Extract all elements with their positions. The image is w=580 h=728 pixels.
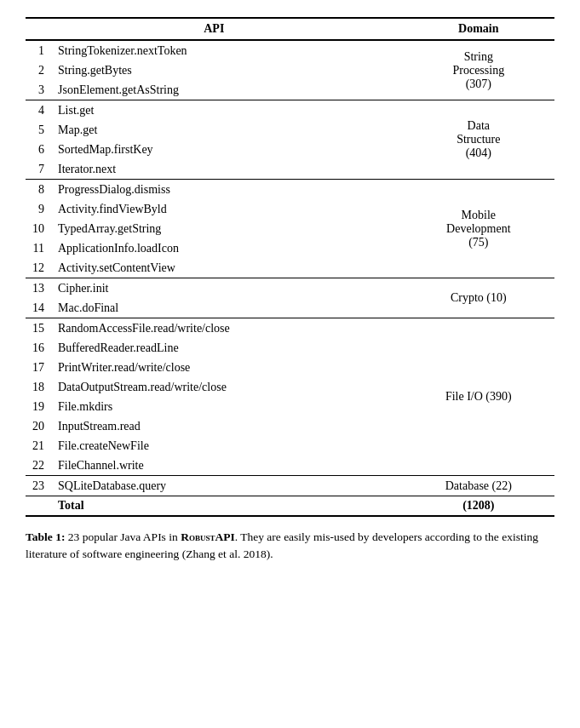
row-api: ProgressDialog.dismiss <box>51 180 403 200</box>
row-number: 9 <box>26 199 51 219</box>
table-row: 1StringTokenizer.nextTokenStringProcessi… <box>26 40 554 60</box>
row-number: 4 <box>26 100 51 121</box>
total-row: Total(1208) <box>26 496 554 517</box>
row-number: 6 <box>26 140 51 159</box>
table-header-row: API Domain <box>26 18 554 40</box>
row-number: 2 <box>26 60 51 80</box>
table-row: 8ProgressDialog.dismissMobileDevelopment… <box>26 180 554 200</box>
row-api: JsonElement.getAsString <box>51 80 403 100</box>
row-api: Mac.doFinal <box>51 298 403 318</box>
row-number: 14 <box>26 298 51 318</box>
row-number: 22 <box>26 456 51 476</box>
row-number: 23 <box>26 476 51 496</box>
row-number: 12 <box>26 258 51 278</box>
row-api: TypedArray.getString <box>51 219 403 238</box>
row-api: Cipher.init <box>51 278 403 299</box>
row-number: 8 <box>26 180 51 200</box>
row-api: PrintWriter.read/write/close <box>51 358 403 377</box>
domain-header: Domain <box>403 18 554 40</box>
row-number: 19 <box>26 397 51 416</box>
row-number: 3 <box>26 80 51 100</box>
row-domain: Database (22) <box>403 476 554 496</box>
row-api: File.mkdirs <box>51 397 403 416</box>
api-header: API <box>26 18 403 40</box>
row-number: 7 <box>26 159 51 180</box>
row-api: ApplicationInfo.loadIcon <box>51 238 403 258</box>
row-api: InputStream.read <box>51 416 403 436</box>
row-number: 17 <box>26 358 51 377</box>
row-api: SQLiteDatabase.query <box>51 476 403 496</box>
table-row: 15RandomAccessFile.read/write/closeFile … <box>26 318 554 339</box>
api-table: API Domain 1StringTokenizer.nextTokenStr… <box>26 17 554 517</box>
row-api: BufferedReader.readLine <box>51 338 403 358</box>
row-api: Map.get <box>51 120 403 140</box>
table-row: 4List.getDataStructure(404) <box>26 100 554 121</box>
row-api: File.createNewFile <box>51 436 403 456</box>
row-api: StringTokenizer.nextToken <box>51 40 403 60</box>
row-number: 1 <box>26 40 51 60</box>
row-domain: DataStructure(404) <box>403 100 554 180</box>
row-domain: MobileDevelopment(75) <box>403 180 554 278</box>
row-api: Iterator.next <box>51 159 403 180</box>
row-domain: StringProcessing(307) <box>403 40 554 100</box>
row-api: SortedMap.firstKey <box>51 140 403 159</box>
table-row: 13Cipher.initCrypto (10) <box>26 278 554 299</box>
row-api: String.getBytes <box>51 60 403 80</box>
row-number: 18 <box>26 377 51 397</box>
row-api: DataOutputStream.read/write/close <box>51 377 403 397</box>
row-api: List.get <box>51 100 403 121</box>
row-domain: Crypto (10) <box>403 278 554 318</box>
row-number: 20 <box>26 416 51 436</box>
row-number: 15 <box>26 318 51 339</box>
table-container: API Domain 1StringTokenizer.nextTokenStr… <box>26 17 554 517</box>
row-domain: File I/O (390) <box>403 318 554 476</box>
row-number: 21 <box>26 436 51 456</box>
row-number: 16 <box>26 338 51 358</box>
table-row: 23SQLiteDatabase.queryDatabase (22) <box>26 476 554 496</box>
total-value: (1208) <box>403 496 554 517</box>
row-api: Activity.findViewByld <box>51 199 403 219</box>
caption-text1: 23 popular Java APIs in <box>65 530 181 543</box>
table-caption: Table 1: 23 popular Java APIs in RobustA… <box>26 529 554 564</box>
row-number: 5 <box>26 120 51 140</box>
row-number: 10 <box>26 219 51 238</box>
row-number: 11 <box>26 238 51 258</box>
caption-robustapi: RobustAPI <box>181 530 235 543</box>
row-api: RandomAccessFile.read/write/close <box>51 318 403 339</box>
row-api: Activity.setContentView <box>51 258 403 278</box>
row-api: FileChannel.write <box>51 456 403 476</box>
total-label: Total <box>51 496 403 517</box>
caption-label: Table 1: <box>26 530 65 543</box>
row-number: 13 <box>26 278 51 299</box>
